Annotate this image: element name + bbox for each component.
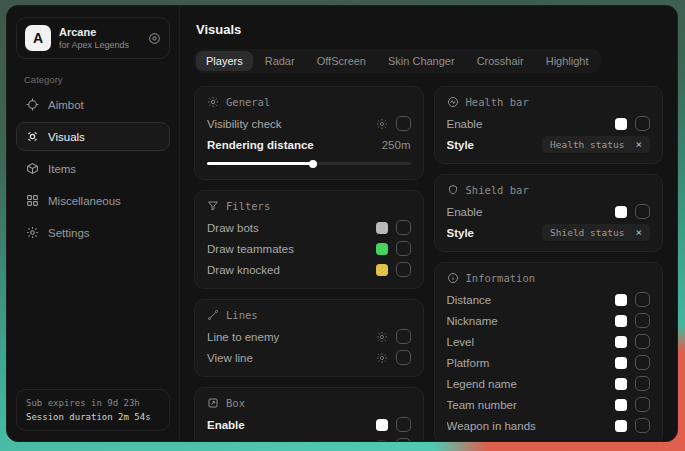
tab-crosshair[interactable]: Crosshair	[467, 51, 534, 71]
color-swatch[interactable]	[615, 336, 627, 348]
color-swatch[interactable]	[615, 294, 627, 306]
close-icon[interactable]: ×	[635, 227, 642, 238]
color-swatch[interactable]	[615, 420, 627, 432]
sidebar-item-aimbot[interactable]: Aimbot	[16, 90, 170, 119]
color-swatch[interactable]	[615, 315, 627, 327]
sidebar-item-miscellaneous[interactable]: Miscellaneous	[16, 186, 170, 215]
row-gear-icon[interactable]	[376, 352, 388, 364]
color-swatch[interactable]	[615, 357, 627, 369]
line-icon	[207, 309, 219, 321]
tab-highlight[interactable]: Highlight	[536, 51, 599, 71]
health-enable-checkbox[interactable]	[635, 116, 650, 131]
legend-name-checkbox[interactable]	[635, 376, 650, 391]
platform-checkbox[interactable]	[635, 355, 650, 370]
panel-lines: Lines Line to enemy View line	[194, 299, 424, 377]
shield-icon	[447, 184, 459, 196]
setting-row-rendering-distance: Rendering distance 250m	[207, 134, 411, 155]
health-icon	[447, 96, 459, 108]
panel-filters: Filters Draw bots Draw teammates Draw kn…	[194, 190, 424, 289]
color-swatch[interactable]	[615, 399, 627, 411]
level-checkbox[interactable]	[635, 334, 650, 349]
nickname-checkbox[interactable]	[635, 313, 650, 328]
tag-value: Health status	[550, 139, 624, 150]
setting-row-shield-enable: Enable	[447, 201, 651, 222]
funnel-icon	[207, 200, 219, 212]
setting-row-visibility-check: Visibility check	[207, 113, 411, 134]
sidebar-item-visuals[interactable]: Visuals	[16, 122, 170, 151]
tab-players[interactable]: Players	[196, 51, 253, 71]
tab-bar: Players Radar OffScreen Skin Changer Cro…	[194, 49, 601, 73]
setting-row-draw-knocked: Draw knocked	[207, 259, 411, 280]
panel-title: Shield bar	[466, 184, 529, 196]
view-line-checkbox[interactable]	[396, 350, 411, 365]
setting-row-nickname: Nickname	[447, 310, 651, 331]
setting-row-team-number: Team number	[447, 394, 651, 415]
row-gear-icon[interactable]	[376, 118, 388, 130]
shield-style-select[interactable]: Shield status ×	[542, 224, 650, 241]
tab-offscreen[interactable]: OffScreen	[307, 51, 376, 71]
sidebar-item-items[interactable]: Items	[16, 154, 170, 183]
weapon-checkbox[interactable]	[635, 418, 650, 433]
panel-general: General Visibility check Rendering dista…	[194, 86, 424, 180]
gear-icon	[26, 226, 39, 239]
sidebar-item-label: Aimbot	[48, 99, 84, 111]
box-enable-checkbox[interactable]	[396, 417, 411, 432]
panel-title: Filters	[226, 200, 270, 212]
sidebar: A Arcane for Apex Legends Category Aimbo…	[7, 6, 180, 441]
box-corner-icon	[207, 397, 219, 409]
panel-title: Information	[466, 272, 536, 284]
color-swatch[interactable]	[376, 264, 388, 276]
distance-checkbox[interactable]	[635, 292, 650, 307]
app-name: Arcane	[59, 26, 129, 38]
color-swatch[interactable]	[615, 378, 627, 390]
draw-teammates-checkbox[interactable]	[396, 241, 411, 256]
color-swatch[interactable]	[376, 440, 388, 443]
cube-icon	[26, 162, 39, 175]
main-content: Visuals Players Radar OffScreen Skin Cha…	[180, 6, 677, 441]
setting-row-shield-style: Style Shield status ×	[447, 222, 651, 243]
slider-thumb[interactable]	[309, 160, 317, 168]
setting-row-distance: Distance	[447, 289, 651, 310]
draw-bots-checkbox[interactable]	[396, 220, 411, 235]
session-duration-text: Session duration 2m 54s	[26, 412, 160, 422]
color-swatch[interactable]	[615, 206, 627, 218]
setting-row-line-to-enemy: Line to enemy	[207, 326, 411, 347]
panel-health-bar: Health bar Enable Style Health status ×	[434, 86, 664, 164]
sidebar-item-label: Items	[48, 163, 76, 175]
color-swatch[interactable]	[615, 118, 627, 130]
team-number-checkbox[interactable]	[635, 397, 650, 412]
sidebar-item-label: Miscellaneous	[48, 195, 121, 207]
sidebar-item-label: Visuals	[48, 131, 85, 143]
sidebar-item-settings[interactable]: Settings	[16, 218, 170, 247]
panel-title: General	[226, 96, 270, 108]
info-icon	[447, 272, 459, 284]
tab-radar[interactable]: Radar	[255, 51, 305, 71]
line-to-enemy-checkbox[interactable]	[396, 329, 411, 344]
tag-value: Shield status	[550, 227, 624, 238]
shield-enable-checkbox[interactable]	[635, 204, 650, 219]
sidebar-item-label: Settings	[48, 227, 90, 239]
slider-value: 250m	[382, 139, 411, 151]
setting-row-health-style: Style Health status ×	[447, 134, 651, 155]
box-background-checkbox[interactable]	[396, 438, 411, 442]
draw-knocked-checkbox[interactable]	[396, 262, 411, 277]
target-circle-icon[interactable]	[148, 32, 161, 45]
color-swatch[interactable]	[376, 419, 388, 431]
cheat-menu-window: A Arcane for Apex Legends Category Aimbo…	[6, 5, 678, 442]
row-gear-icon[interactable]	[376, 331, 388, 343]
color-swatch[interactable]	[376, 243, 388, 255]
tab-skin-changer[interactable]: Skin Changer	[378, 51, 465, 71]
brand-card: A Arcane for Apex Legends	[16, 17, 170, 59]
health-style-select[interactable]: Health status ×	[542, 136, 650, 153]
color-swatch[interactable]	[376, 222, 388, 234]
rendering-distance-slider[interactable]	[207, 162, 411, 165]
setting-row-draw-bots: Draw bots	[207, 217, 411, 238]
grid-icon	[26, 194, 39, 207]
panel-box: Box Enable Enable background	[194, 387, 424, 442]
left-column: General Visibility check Rendering dista…	[194, 86, 424, 431]
close-icon[interactable]: ×	[635, 139, 642, 150]
setting-row-box-enable: Enable	[207, 414, 411, 435]
visibility-check-checkbox[interactable]	[396, 116, 411, 131]
right-column: Health bar Enable Style Health status ×	[434, 86, 664, 431]
panel-title: Health bar	[466, 96, 529, 108]
